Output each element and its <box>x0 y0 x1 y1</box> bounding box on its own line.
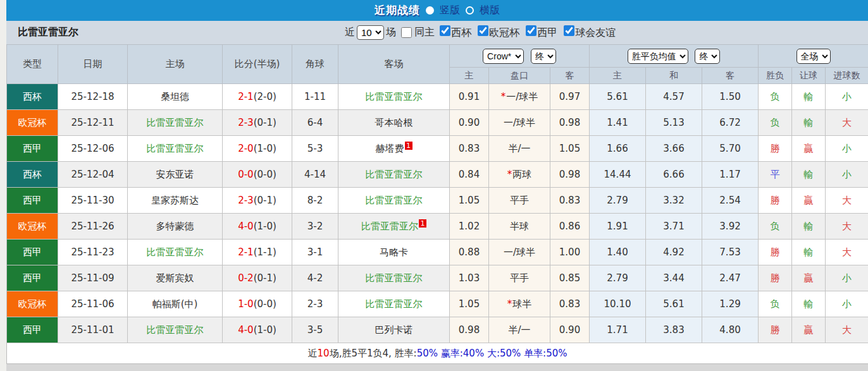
handicap-star: * <box>507 169 512 180</box>
result-wdl-cell: 负 <box>759 84 792 110</box>
avg-draw-cell: 5.13 <box>646 110 702 136</box>
home-odds-cell: 0.84 <box>450 162 489 188</box>
away-odds-cell: 1.00 <box>550 240 590 265</box>
match-date: 25-11-01 <box>58 317 128 343</box>
same-home-label: 同主 <box>414 26 435 39</box>
results-body: 西杯 25-12-18 桑坦德 2-1(2-0) 1-11 比雷亚雷亚尔 0.9… <box>7 84 868 343</box>
result-handicap-cell: 贏 <box>792 188 826 214</box>
result-handicap-cell: 輸 <box>792 110 826 136</box>
home-team-cell: 比雷亚雷亚尔 <box>128 136 223 162</box>
bottom-strip <box>6 364 868 371</box>
table-row: 西杯 25-12-18 桑坦德 2-1(2-0) 1-11 比雷亚雷亚尔 0.9… <box>7 84 868 110</box>
fulltime-score: 2-0 <box>238 143 254 154</box>
corner-cell: 1-11 <box>292 84 338 110</box>
league-checkbox[interactable] <box>440 25 450 36</box>
away-team-cell: 比雷亚雷亚尔1 <box>338 214 450 240</box>
subheader-goals: 进球数 <box>826 68 868 84</box>
subheader-avg-host: 主 <box>590 68 646 84</box>
subheader-odds-guest: 客 <box>550 68 590 84</box>
fulltime-score: 4-0 <box>238 221 254 232</box>
table-row: 欧冠杯 25-12-11 比雷亚雷亚尔 2-3(0-1) 6-4 哥本哈根 0.… <box>7 110 868 136</box>
horizontal-layout-label[interactable]: 横版 <box>480 4 500 17</box>
bookmaker-state-select[interactable]: 终 <box>531 49 556 64</box>
col-header-score: 比分(半场) <box>223 45 292 84</box>
avg-win-cell: 1.66 <box>590 136 646 162</box>
avg-draw-cell: 5.61 <box>646 291 702 317</box>
period-select[interactable]: 全场 <box>797 49 831 64</box>
corner-cell: 3-1 <box>292 240 338 265</box>
vertical-layout-radio[interactable] <box>426 6 434 15</box>
avg-win-cell: 2.79 <box>590 265 646 291</box>
result-handicap-cell: 贏 <box>792 136 826 162</box>
subheader-handicap: 盘口 <box>489 68 550 84</box>
league-checkbox[interactable] <box>564 25 574 36</box>
away-odds-cell: 0.85 <box>550 265 590 291</box>
home-odds-cell: 1.05 <box>450 188 489 214</box>
league-checkbox[interactable] <box>526 25 536 36</box>
score-cell: 2-3(0-1) <box>223 110 292 136</box>
avg-lose-cell: 5.70 <box>702 136 759 162</box>
away-team-cell: 比雷亚雷亚尔 <box>338 291 450 317</box>
period-select-group: 全场 <box>759 45 868 68</box>
away-odds-cell: 0.98 <box>550 110 590 136</box>
handicap-cell: *两球 <box>489 162 550 188</box>
summary-winrate-label: 胜率: <box>395 348 417 359</box>
avg-draw-cell: 3.71 <box>646 214 702 240</box>
league-checkbox[interactable] <box>478 25 488 36</box>
team-name: 比雷亚雷亚尔 <box>18 26 78 39</box>
horizontal-layout-radio[interactable] <box>466 6 474 15</box>
home-team-cell: 比雷亚雷亚尔 <box>128 110 223 136</box>
filter-bar: 比雷亚雷亚尔 近 10 场 同主 西杯 欧冠杯 西甲 球会友谊 <box>6 21 868 44</box>
match-type-badge: 西杯 <box>7 84 58 110</box>
home-team-cell: 桑坦德 <box>128 84 223 110</box>
score-cell: 2-1(2-0) <box>223 84 292 110</box>
avg-win-cell: 1.41 <box>590 110 646 136</box>
result-wdl-cell: 负 <box>759 214 792 240</box>
away-odds-cell: 0.97 <box>550 84 590 110</box>
summary-prefix: 近 <box>308 348 318 359</box>
handicap-cell: *球半 <box>489 291 550 317</box>
result-handicap-cell: 輸 <box>792 240 826 265</box>
handicap-cell: *半/一 <box>489 136 550 162</box>
table-row: 西甲 25-11-23 比雷亚雷亚尔 2-1(1-1) 3-1 马略卡 0.88… <box>7 240 868 265</box>
page-title: 近期战绩 <box>375 3 420 18</box>
result-goals-cell: 小 <box>826 84 868 110</box>
avg-lose-cell: 1.29 <box>702 291 759 317</box>
away-team-cell: 哥本哈根 <box>338 110 450 136</box>
avg-draw-cell: 3.32 <box>646 188 702 214</box>
avg-state-select[interactable]: 终 <box>695 49 720 64</box>
table-row: 西甲 25-11-30 皇家苏斯达 2-3(0-1) 8-2 比雷亚雷亚尔 1.… <box>7 188 868 214</box>
league-label: 西甲 <box>537 27 557 39</box>
vertical-layout-label[interactable]: 竖版 <box>440 4 460 17</box>
avg-select-group: 胜平负均值 终 <box>590 45 759 68</box>
match-count-select[interactable]: 10 <box>357 25 384 40</box>
avg-odds-select[interactable]: 胜平负均值 <box>628 49 688 64</box>
result-goals-cell: 小 <box>826 265 868 291</box>
subheader-odds-host: 主 <box>450 68 489 84</box>
table-row: 西甲 25-12-06 比雷亚雷亚尔 2-0(1-0) 5-3 赫塔费1 0.8… <box>7 136 868 162</box>
score-cell: 0-0(0-0) <box>223 162 292 188</box>
avg-lose-cell: 3.92 <box>702 214 759 240</box>
corner-cell: 6-4 <box>292 110 338 136</box>
result-handicap-cell: 輸 <box>792 162 826 188</box>
handicap-cell: *一/球半 <box>489 240 550 265</box>
result-wdl-cell: 平 <box>759 162 792 188</box>
away-card-badge: 1 <box>419 219 426 228</box>
bookmaker-select[interactable]: Crow* <box>483 49 524 64</box>
same-home-checkbox[interactable] <box>401 27 412 38</box>
match-date: 25-11-30 <box>58 188 128 214</box>
away-odds-cell: 0.83 <box>550 188 590 214</box>
corner-cell: 4-2 <box>292 265 338 291</box>
handicap-cell: *半/一 <box>489 317 550 343</box>
fulltime-score: 2-3 <box>238 195 254 206</box>
home-odds-cell: 1.03 <box>450 265 489 291</box>
fulltime-score: 2-1 <box>238 246 254 258</box>
odds-select-group: Crow* 终 <box>450 45 590 68</box>
home-team-cell: 皇家苏斯达 <box>128 188 223 214</box>
handicap-cell: *半球 <box>489 214 550 240</box>
corner-cell: 4-14 <box>292 162 338 188</box>
summary-middle: 场,胜5平1负4, <box>330 348 395 359</box>
fulltime-score: 1-0 <box>238 298 254 310</box>
away-team-cell: 巴列卡诺 <box>338 317 450 343</box>
halftime-score: (1-1) <box>254 246 276 258</box>
